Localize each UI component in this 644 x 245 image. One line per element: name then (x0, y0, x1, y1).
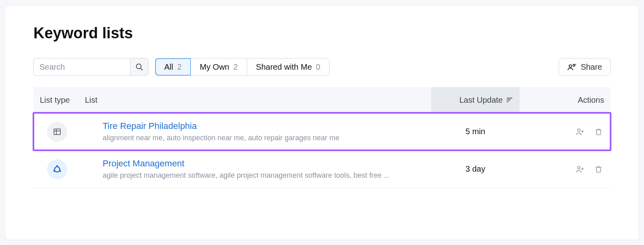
share-row-button[interactable] (574, 126, 586, 137)
shared-icon (52, 164, 62, 174)
filter-tab-my-own[interactable]: My Own 2 (191, 58, 247, 75)
table-row: Project Management agile project managem… (33, 150, 611, 188)
delete-row-button[interactable] (593, 126, 604, 137)
filter-tab-count: 2 (177, 62, 182, 72)
filter-tab-count: 2 (233, 62, 238, 72)
svg-point-16 (578, 166, 580, 168)
column-header-type: List type (40, 96, 85, 105)
share-row-button[interactable] (574, 164, 586, 175)
table-row: Tire Repair Philadelphia alignment near … (33, 113, 611, 150)
filter-tabs: All 2 My Own 2 Shared with Me 0 (155, 58, 330, 76)
list-cell: Project Management agile project managem… (85, 158, 431, 180)
table-icon (52, 127, 62, 137)
share-button[interactable]: Share (559, 58, 611, 76)
trash-icon (594, 127, 603, 136)
search (33, 58, 149, 76)
svg-point-3 (573, 64, 575, 66)
list-type-cell (40, 159, 85, 179)
column-header-actions: Actions (520, 96, 604, 105)
actions-cell (520, 126, 604, 137)
list-type-cell (40, 122, 85, 142)
sort-desc-icon (506, 96, 513, 104)
svg-point-2 (569, 65, 571, 67)
filter-tab-label: Shared with Me (256, 62, 312, 72)
list-title-link[interactable]: Project Management (103, 158, 184, 169)
share-button-label: Share (581, 62, 602, 72)
page-title: Keyword lists (33, 25, 611, 42)
list-type-icon (47, 159, 67, 179)
column-header-list: List (85, 96, 431, 105)
svg-rect-7 (54, 129, 60, 135)
actions-cell (520, 164, 604, 175)
svg-point-0 (136, 64, 141, 69)
person-add-icon (575, 127, 585, 137)
list-type-icon (47, 122, 67, 142)
list-title-link[interactable]: Tire Repair Philadelphia (103, 121, 197, 131)
keyword-lists-card: Keyword lists All 2 My Own 2 Shared with… (5, 5, 639, 240)
filter-tab-shared[interactable]: Shared with Me 0 (247, 58, 329, 75)
list-subtitle: agile project management software, agile… (103, 171, 431, 180)
controls-row: All 2 My Own 2 Shared with Me 0 Share (33, 58, 611, 76)
list-subtitle: alignment near me, auto inspection near … (103, 134, 431, 142)
search-button[interactable] (130, 58, 149, 76)
list-cell: Tire Repair Philadelphia alignment near … (85, 121, 431, 142)
last-update-cell: 5 min (431, 127, 520, 136)
search-input[interactable] (33, 58, 130, 76)
filter-tab-label: All (164, 62, 173, 72)
search-icon (135, 62, 144, 71)
column-header-last-update[interactable]: Last Update (431, 87, 520, 113)
svg-point-10 (578, 129, 580, 131)
delete-row-button[interactable] (593, 164, 604, 175)
svg-line-1 (140, 68, 142, 70)
last-update-cell: 3 day (431, 164, 520, 174)
filter-tab-count: 0 (316, 62, 320, 72)
filter-tab-all[interactable]: All 2 (155, 58, 191, 75)
trash-icon (594, 165, 603, 174)
table-header: List type List Last Update Actions (33, 87, 611, 113)
person-add-icon (575, 164, 585, 174)
filter-tab-label: My Own (200, 62, 229, 72)
share-people-icon (567, 62, 577, 72)
column-header-last-update-label: Last Update (459, 96, 503, 105)
